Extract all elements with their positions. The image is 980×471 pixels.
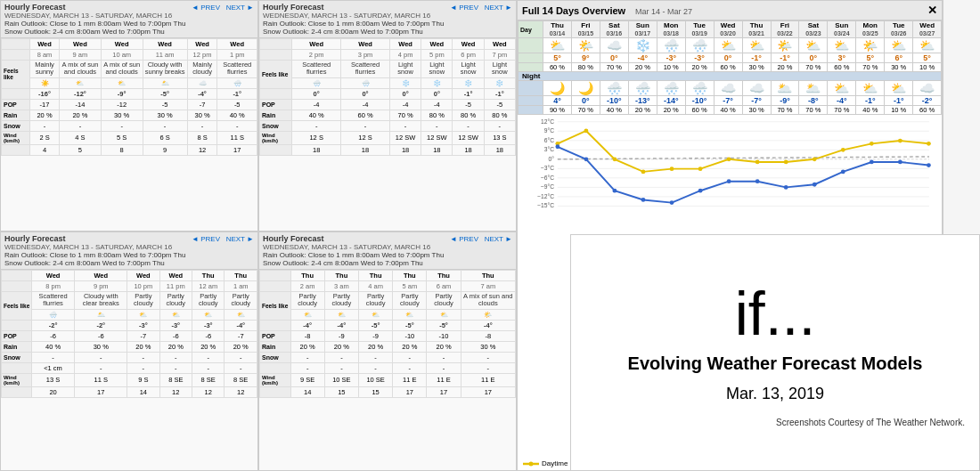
svg-point-47 xyxy=(870,160,874,165)
svg-point-51 xyxy=(529,461,534,466)
svg-point-34 xyxy=(898,139,902,143)
night-label: Night xyxy=(519,72,942,81)
svg-point-37 xyxy=(584,157,589,161)
svg-point-23 xyxy=(584,129,589,134)
svg-text:0°: 0° xyxy=(549,156,555,162)
table-row: Wind (km/h) 2 S 4 S 5 S 6 S 8 S 11 S xyxy=(2,131,257,144)
svg-point-48 xyxy=(898,160,902,165)
table-row: POP -17 -14 -12 -5 -7 -5 xyxy=(2,99,257,110)
panel2-nav[interactable]: ◄ PREV NEXT ► xyxy=(450,4,512,12)
svg-point-29 xyxy=(755,160,760,165)
svg-point-41 xyxy=(698,189,703,193)
panel4-nav[interactable]: ◄ PREV NEXT ► xyxy=(450,235,512,243)
panel1-snow: Snow Outlook: 2-4 cm 8:00am Wed to 7:00p… xyxy=(4,28,254,36)
table-row: Wind (km/h) 12 S 12 S 12 SW 12 SW 12 SW … xyxy=(260,131,516,144)
table-row: Feels like Scattered flurries Cloudy wit… xyxy=(2,292,257,310)
table-row: <1 cm - - - - - xyxy=(2,362,257,373)
panel4-rain: Rain Outlook: Close to 1 mm 8:00am Wed t… xyxy=(263,251,512,259)
overview-title: Full 14 Days Overview xyxy=(522,5,625,16)
panel-header-2: Hourly Forecast ◄ PREV NEXT ► WEDNESDAY,… xyxy=(259,1,516,38)
svg-text:−6°C: −6°C xyxy=(541,175,554,181)
panel2-snow: Snow Outlook: 2-4 cm 8:00am Wed to 7:00p… xyxy=(263,28,512,36)
svg-text:9°C: 9°C xyxy=(544,127,554,134)
svg-point-25 xyxy=(641,169,646,174)
panel-header-3: Hourly Forecast ◄ PREV NEXT ► WEDNESDAY,… xyxy=(1,232,257,270)
hourly-panel-3: Hourly Forecast ◄ PREV NEXT ► WEDNESDAY,… xyxy=(0,231,258,471)
panel2-title: Hourly Forecast xyxy=(263,3,324,12)
table-row: - - - - - - xyxy=(260,362,516,373)
table-row: Night xyxy=(519,72,942,81)
table-row: Rain 40 % 60 % 70 % 80 % 80 % 80 % xyxy=(260,110,516,120)
table-row: Wind (km/h) 13 S 11 S 9 S 8 SE 8 SE 8 SE xyxy=(2,373,257,386)
panel2-rain: Rain Outlook: Close to 1 mm 8:00am Wed t… xyxy=(263,20,512,28)
table-row: 8 am 9 am 10 am 11 am 12 pm 1 pm xyxy=(2,50,257,61)
panel4-table: Thu Thu Thu Thu Thu Thu 2 am 3 am 4 am 5… xyxy=(259,270,516,398)
svg-point-40 xyxy=(670,200,674,205)
svg-point-36 xyxy=(555,144,559,149)
panel4-title: Hourly Forecast xyxy=(263,234,324,243)
close-button[interactable]: ✕ xyxy=(927,4,937,17)
svg-point-31 xyxy=(813,157,817,161)
hourly-panel-4: Hourly Forecast ◄ PREV NEXT ► WEDNESDAY,… xyxy=(258,231,517,471)
table-row: Wed Wed Wed Wed Wed Wed xyxy=(2,39,257,50)
svg-point-30 xyxy=(784,160,788,165)
svg-point-24 xyxy=(613,157,617,161)
table-row: Wind (km/h) 9 SE 10 SE 10 SE 11 E 11 E 1… xyxy=(260,373,516,386)
table-row: -4° -4° -5° -5° -5° -4° xyxy=(260,320,516,330)
table-row: Feels like Partly cloudy Partly cloudy P… xyxy=(260,292,516,310)
svg-point-32 xyxy=(841,148,845,152)
svg-text:−9°C: −9°C xyxy=(541,183,554,190)
svg-point-35 xyxy=(927,142,931,146)
panel-header-1: Hourly Forecast ◄ PREV NEXT ► WEDNESDAY,… xyxy=(1,1,257,38)
table-row: Feels like Scattered flurries Scattered … xyxy=(260,61,516,78)
table-row: Wed Wed Wed Wed Wed Wed xyxy=(260,39,516,50)
table-row: Feels like Mainly sunny A mix of sun and… xyxy=(2,61,257,78)
svg-text:12°C: 12°C xyxy=(541,118,554,125)
table-row: 🌨️ 🌥️ ⛅ ⛅ ⛅ ⛅ xyxy=(2,309,257,320)
svg-point-27 xyxy=(698,166,703,171)
table-row: 🌨️ 🌨️ ❄️ ❄️ ❄️ ❄️ xyxy=(260,77,516,88)
table-row: 14 15 15 17 17 17 xyxy=(260,386,516,397)
table-row: -16° -12° -9° -5° -4° -1° xyxy=(2,88,257,99)
table-row: 90 % 70 % 40 % 20 % 20 % 60 % 40 % 30 % … xyxy=(519,106,942,115)
panel3-rain: Rain Outlook: Close to 1 mm 8:00am Wed t… xyxy=(4,251,254,259)
table-row: Day Thu03/14 Fri03/15 Sat03/16 Sun03/17 … xyxy=(519,21,942,38)
table-row: Snow - - - - - - xyxy=(260,352,516,362)
table-row: 2 am 3 am 4 am 5 am 6 am 7 am xyxy=(260,281,516,292)
panel3-title: Hourly Forecast xyxy=(4,234,66,243)
table-row: POP -6 -6 -7 -6 -6 -7 xyxy=(2,330,257,341)
svg-point-46 xyxy=(841,169,845,174)
svg-point-44 xyxy=(784,185,788,190)
table-row: ☀️ ⛅ ⛅ 🌥️ ☁️ 🌨️ xyxy=(2,77,257,88)
svg-text:3°C: 3°C xyxy=(544,146,554,152)
table-row: Snow - - - - - - xyxy=(2,352,257,362)
svg-point-38 xyxy=(613,189,617,193)
table-row: -2° -2° -3° -3° -3° -4° xyxy=(2,320,257,330)
panel2-table: Wed Wed Wed Wed Wed Wed 2 pm 3 pm 4 pm 5… xyxy=(259,38,516,156)
panel1-nav[interactable]: ◄ PREV NEXT ► xyxy=(192,4,254,12)
table-row: 60 % 80 % 70 % 20 % 10 % 20 % 60 % 30 % … xyxy=(519,63,942,72)
overview-dates: Mar 14 - Mar 27 xyxy=(635,7,692,16)
panel3-nav[interactable]: ◄ PREV NEXT ► xyxy=(192,235,254,243)
svg-text:6°C: 6°C xyxy=(544,137,554,143)
table-row: Wed Wed Wed Wed Thu Thu xyxy=(2,271,257,281)
svg-point-26 xyxy=(670,166,674,171)
table-row: Snow - - - - - - xyxy=(260,120,516,131)
svg-point-33 xyxy=(870,142,874,146)
panel3-table: Wed Wed Wed Wed Thu Thu 8 pm 9 pm 10 pm … xyxy=(1,270,257,398)
table-row: POP -4 -4 -4 -4 -5 -5 xyxy=(260,99,516,110)
temperature-chart: 12°C 9°C 6°C 3°C 0° −3°C −6°C −9°C −12°C… xyxy=(521,117,938,215)
table-row: 8 pm 9 pm 10 pm 11 pm 12 am 1 am xyxy=(2,281,257,292)
table-row: Snow - - - - - - xyxy=(2,120,257,131)
panel3-snow: Snow Outlook: 2-4 cm 8:00am Wed to 7:00p… xyxy=(4,259,254,267)
table-row: Rain 20 % 20 % 30 % 30 % 30 % 40 % xyxy=(2,110,257,120)
model-title: Evolving Weather Forecast Models xyxy=(628,353,923,374)
panel4-dates: WEDNESDAY, MARCH 13 - SATURDAY, MARCH 16 xyxy=(263,243,512,251)
left-column: Hourly Forecast ◄ PREV NEXT ► WEDNESDAY,… xyxy=(0,0,517,471)
overview-grid: Day Thu03/14 Fri03/15 Sat03/16 Sun03/17 … xyxy=(518,20,942,115)
overview-header: Full 14 Days Overview Mar 14 - Mar 27 ✕ xyxy=(518,1,942,20)
table-row: 18 18 18 18 18 18 xyxy=(260,144,516,155)
svg-point-43 xyxy=(755,179,760,183)
table-row: 0° 0° 0° 0° -1° -1° xyxy=(260,88,516,99)
panel1-rain: Rain Outlook: Close to 1 mm 8:00am Wed t… xyxy=(4,20,254,28)
